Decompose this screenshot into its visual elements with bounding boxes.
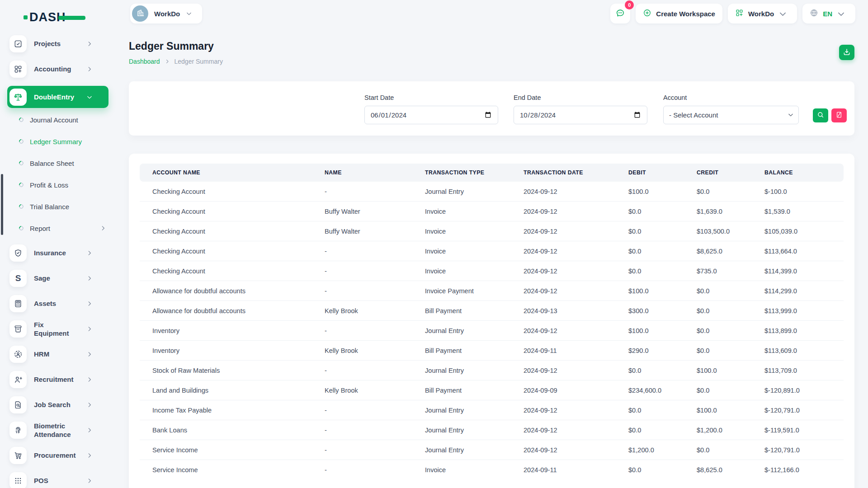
cell-account-name: Land and Buildings [140, 380, 317, 400]
breadcrumb-current: Ledger Summary [175, 58, 223, 65]
create-workspace-label: Create Workspace [656, 10, 715, 18]
cell-transaction-type: Journal Entry [418, 361, 516, 380]
sidebar-subitem-label: Ledger Summary [30, 138, 82, 145]
cell-credit: $8,625.0 [689, 460, 757, 480]
sidebar-subitem-trial-balance[interactable]: Trial Balance [19, 201, 109, 212]
sidebar-subitem-journal-account[interactable]: Journal Account [19, 114, 109, 125]
topbar-actions: 0 Create Workspace WorkDo EN [610, 4, 855, 23]
start-date-input[interactable] [364, 106, 498, 124]
account-select[interactable]: - Select Account [663, 106, 799, 124]
cell-name: - [317, 361, 418, 380]
sidebar-item-job-search[interactable]: Job Search [9, 396, 109, 413]
sidebar-item-projects[interactable]: Projects [9, 35, 109, 52]
cell-transaction-date: 2024-09-12 [516, 400, 621, 420]
cell-balance: $-120,791.0 [757, 440, 844, 460]
cell-name: Buffy Walter [317, 221, 418, 241]
sidebar-item-accounting[interactable]: Accounting [9, 61, 109, 78]
breadcrumb: Dashboard Ledger Summary [129, 58, 223, 65]
cell-credit: $0.0 [689, 380, 757, 400]
circle-bullet-icon [18, 203, 24, 210]
end-date-group: End Date [514, 94, 647, 124]
sidebar-item-procurement[interactable]: Procurement [9, 447, 109, 464]
sidebar-item-doubleentry[interactable]: DoubleEntry [7, 86, 108, 108]
cell-balance: $-120,891.0 [757, 380, 844, 400]
ledger-table: ACCOUNT NAME NAME TRANSACTION TYPE TRANS… [140, 164, 844, 479]
cell-transaction-type: Bill Payment [418, 380, 516, 400]
cell-account-name: Checking Account [140, 202, 317, 221]
cell-debit: $0.0 [621, 400, 689, 420]
cell-balance: $113,609.0 [757, 341, 844, 361]
language-button[interactable]: EN [802, 4, 855, 23]
sidebar-item-recruitment[interactable]: Recruitment [9, 371, 109, 388]
search-button[interactable] [813, 108, 828, 122]
app-logo[interactable]: DASH [29, 10, 93, 24]
sidebar-item-biometric-attendance[interactable]: Biometric Attendance [9, 422, 109, 439]
reset-filter-button[interactable] [831, 108, 847, 122]
cell-account-name: Checking Account [140, 241, 317, 261]
cell-name: Kelly Brook [317, 380, 418, 400]
cell-credit: $0.0 [689, 281, 757, 301]
page-header: Ledger Summary Dashboard Ledger Summary [129, 38, 854, 67]
cell-debit: $290.0 [621, 341, 689, 361]
cell-transaction-date: 2024-09-12 [516, 261, 621, 281]
messages-button[interactable]: 0 [610, 4, 630, 23]
sidebar-item-label: Sage [34, 274, 79, 283]
cell-account-name: Checking Account [140, 221, 317, 241]
cell-debit: $100.0 [621, 321, 689, 341]
end-date-input[interactable] [514, 106, 647, 124]
cell-name: - [317, 321, 418, 341]
sidebar-item-fix-equipment[interactable]: Fix Equipment [9, 320, 109, 338]
workspace-switcher[interactable]: WorkDo [130, 4, 202, 23]
chevron-down-icon [186, 10, 192, 17]
breadcrumb-dashboard-link[interactable]: Dashboard [129, 58, 160, 65]
chevron-right-icon [86, 326, 93, 332]
window-scrollbar-thumb[interactable] [1, 174, 3, 235]
chevron-down-icon [778, 9, 787, 18]
cell-balance: $113,709.0 [757, 361, 844, 380]
chevron-down-icon [837, 9, 845, 18]
table-row: Land and BuildingsKelly BrookBill Paymen… [140, 380, 844, 400]
category-icon [9, 61, 27, 78]
cell-name: Buffy Walter [317, 202, 418, 221]
download-button[interactable] [839, 45, 854, 60]
col-transaction-type: TRANSACTION TYPE [418, 164, 516, 182]
create-workspace-button[interactable]: Create Workspace [636, 4, 722, 23]
document-search-icon [9, 396, 27, 413]
cell-name: - [317, 281, 418, 301]
cell-transaction-date: 2024-09-12 [516, 182, 621, 202]
table-row: Stock of Raw Materials-Journal Entry2024… [140, 361, 844, 380]
cell-credit: $0.0 [689, 301, 757, 321]
chevron-right-icon [86, 452, 93, 459]
cell-debit: $1,200.0 [621, 440, 689, 460]
start-date-group: Start Date [364, 94, 498, 124]
workdo-menu-label: WorkDo [748, 10, 774, 18]
cell-debit: $100.0 [621, 281, 689, 301]
person-plus-icon [9, 371, 27, 388]
cell-transaction-date: 2024-09-12 [516, 420, 621, 440]
sidebar-item-label: Accounting [34, 65, 79, 74]
scales-icon [9, 89, 27, 106]
sidebar-item-sage[interactable]: SSage [9, 270, 109, 287]
sidebar-item-label: Fix Equipment [34, 320, 79, 338]
sidebar-item-hrm[interactable]: HRM [9, 346, 109, 363]
col-name: NAME [317, 164, 418, 182]
cell-account-name: Stock of Raw Materials [140, 361, 317, 380]
sidebar-subitem-balance-sheet[interactable]: Balance Sheet [19, 158, 109, 169]
sidebar-item-insurance[interactable]: Insurance [9, 244, 109, 262]
shield-check-icon [9, 244, 27, 262]
filter-actions [813, 108, 847, 122]
chevron-right-icon [86, 351, 93, 357]
cell-debit: $0.0 [621, 241, 689, 261]
chevron-right-icon [165, 59, 170, 64]
sidebar-subitem-profit-loss[interactable]: Profit & Loss [19, 179, 109, 190]
workdo-menu-button[interactable]: WorkDo [728, 4, 797, 23]
sidebar-subitem-ledger-summary[interactable]: Ledger Summary [19, 136, 109, 147]
cell-transaction-date: 2024-09-12 [516, 321, 621, 341]
sidebar-subitem-report[interactable]: Report [19, 223, 109, 234]
cell-account-name: Income Tax Payable [140, 400, 317, 420]
sidebar-item-assets[interactable]: Assets [9, 295, 109, 312]
cell-transaction-date: 2024-09-11 [516, 341, 621, 361]
account-group: Account - Select Account [663, 94, 799, 124]
sidebar-item-pos[interactable]: POS [9, 472, 109, 488]
cell-transaction-type: Invoice [418, 221, 516, 241]
